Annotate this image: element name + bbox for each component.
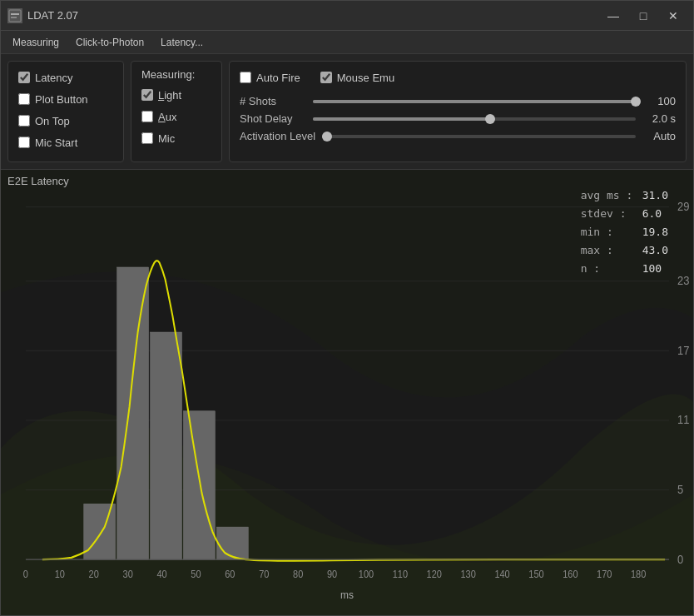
mouse-emu-label[interactable]: Mouse Emu xyxy=(337,72,394,84)
avg-value: 31.0 xyxy=(642,186,668,205)
light-checkbox[interactable] xyxy=(141,89,153,101)
autofire-top-row: Auto Fire Mouse Emu xyxy=(240,68,676,90)
auto-fire-checkbox[interactable] xyxy=(240,72,251,83)
stdev-row: stdev : 6.0 xyxy=(581,205,668,223)
aux-row: Aux xyxy=(141,107,211,126)
autofire-panel: Auto Fire Mouse Emu # Shots 100 xyxy=(229,61,687,162)
stdev-label: stdev : xyxy=(581,205,639,223)
maximize-button[interactable]: □ xyxy=(630,6,657,26)
light-row: Light xyxy=(141,86,211,104)
menu-latency[interactable]: Latency... xyxy=(152,33,211,52)
mouse-emu-checkbox[interactable] xyxy=(320,72,332,83)
controls-area: Latency Plot Button On Top Mic Start Mea… xyxy=(1,54,693,170)
svg-rect-17 xyxy=(117,267,149,559)
left-checkboxes-panel: Latency Plot Button On Top Mic Start xyxy=(7,61,124,162)
svg-text:0: 0 xyxy=(677,553,684,566)
aux-label[interactable]: Aux xyxy=(158,111,176,123)
mouseemu-checkbox-row: Mouse Emu xyxy=(320,68,394,87)
on-top-checkbox[interactable] xyxy=(18,115,30,127)
mic-start-label[interactable]: Mic Start xyxy=(35,137,77,149)
svg-text:150: 150 xyxy=(528,569,544,580)
svg-text:30: 30 xyxy=(123,569,134,580)
mic-checkbox[interactable] xyxy=(141,132,153,144)
stdev-value: 6.0 xyxy=(642,205,662,223)
menu-click-to-photon[interactable]: Click-to-Photon xyxy=(67,33,152,52)
mic-label[interactable]: Mic xyxy=(158,132,175,145)
shots-slider-track[interactable] xyxy=(313,100,636,103)
activation-row: Activation Level Auto xyxy=(240,130,676,142)
stats-box: avg ms : 31.0 stdev : 6.0 min : 19.8 max… xyxy=(581,186,668,278)
shot-delay-slider-track[interactable] xyxy=(313,117,636,121)
shot-delay-row: Shot Delay 2.0 s xyxy=(240,112,676,125)
svg-rect-1 xyxy=(11,13,19,15)
activation-slider-thumb[interactable] xyxy=(322,132,332,142)
avg-label: avg ms : xyxy=(581,186,639,205)
latency-checkbox[interactable] xyxy=(18,72,30,83)
max-value: 43.0 xyxy=(642,241,668,260)
svg-text:ms: ms xyxy=(340,589,354,601)
mic-row: Mic xyxy=(141,129,211,147)
svg-text:120: 120 xyxy=(427,569,443,580)
svg-rect-16 xyxy=(84,504,116,559)
shots-label: # Shots xyxy=(240,95,306,107)
activation-label: Activation Level xyxy=(240,130,315,142)
shot-delay-value: 2.0 s xyxy=(642,112,676,125)
svg-text:50: 50 xyxy=(191,569,201,580)
menu-measuring[interactable]: Measuring xyxy=(4,33,67,52)
avg-row: avg ms : 31.0 xyxy=(581,186,668,205)
measuring-panel: Measuring: Light Aux Mic xyxy=(131,61,222,162)
shot-delay-slider-fill xyxy=(313,117,490,121)
mic-start-row: Mic Start xyxy=(18,133,113,152)
autofire-checkbox-row: Auto Fire xyxy=(240,68,300,87)
latency-label[interactable]: Latency xyxy=(35,72,73,84)
svg-text:10: 10 xyxy=(55,569,66,580)
svg-text:140: 140 xyxy=(494,569,510,580)
shot-delay-slider-thumb[interactable] xyxy=(485,114,495,124)
max-label: max : xyxy=(581,241,639,260)
shots-value: 100 xyxy=(642,95,676,107)
max-row: max : 43.0 xyxy=(581,241,668,260)
min-value: 19.8 xyxy=(642,223,668,241)
svg-rect-18 xyxy=(151,332,182,559)
svg-text:0: 0 xyxy=(23,569,29,580)
light-label[interactable]: Light xyxy=(158,89,181,102)
aux-checkbox[interactable] xyxy=(141,111,153,122)
activation-slider-track[interactable] xyxy=(322,135,636,138)
svg-text:60: 60 xyxy=(225,569,235,580)
n-label: n : xyxy=(581,260,639,278)
svg-text:100: 100 xyxy=(359,569,374,580)
auto-fire-label[interactable]: Auto Fire xyxy=(256,72,300,84)
plot-button-label[interactable]: Plot Button xyxy=(35,93,88,106)
svg-text:110: 110 xyxy=(393,569,409,580)
mic-start-checkbox[interactable] xyxy=(18,137,30,148)
svg-text:20: 20 xyxy=(89,569,100,580)
n-row: n : 100 xyxy=(581,260,668,278)
on-top-label[interactable]: On Top xyxy=(35,115,70,127)
svg-text:5: 5 xyxy=(677,483,684,496)
shots-row: # Shots 100 xyxy=(240,95,676,107)
svg-text:40: 40 xyxy=(156,569,167,580)
svg-rect-2 xyxy=(11,17,17,18)
window-controls: — □ ✕ xyxy=(600,6,687,26)
shot-delay-label: Shot Delay xyxy=(240,112,306,125)
minimize-button[interactable]: — xyxy=(600,6,627,26)
svg-text:170: 170 xyxy=(597,569,612,580)
app-icon xyxy=(7,8,22,23)
plot-button-row: Plot Button xyxy=(18,90,113,108)
svg-text:180: 180 xyxy=(631,569,647,580)
chart-title: E2E Latency xyxy=(7,175,69,187)
measuring-title: Measuring: xyxy=(141,68,211,81)
plot-button-checkbox[interactable] xyxy=(18,93,30,105)
min-row: min : 19.8 xyxy=(581,223,668,241)
svg-rect-0 xyxy=(9,10,21,22)
titlebar: LDAT 2.07 — □ ✕ xyxy=(1,1,693,31)
activation-slider-container: Auto xyxy=(322,130,676,142)
svg-rect-20 xyxy=(216,527,248,559)
svg-rect-19 xyxy=(183,411,215,559)
activation-value: Auto xyxy=(642,130,676,142)
shot-delay-slider-container: 2.0 s xyxy=(313,112,676,125)
close-button[interactable]: ✕ xyxy=(660,6,687,26)
n-value: 100 xyxy=(642,260,662,278)
main-window: LDAT 2.07 — □ ✕ Measuring Click-to-Photo… xyxy=(0,0,694,616)
shots-slider-thumb[interactable] xyxy=(631,97,641,107)
